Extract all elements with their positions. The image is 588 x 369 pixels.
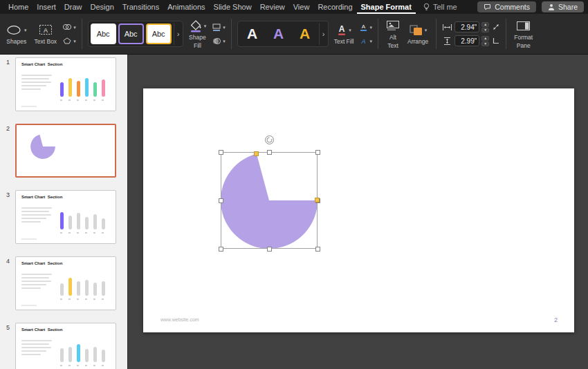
thumbnail-axis-ticks	[60, 232, 110, 234]
text-box-button[interactable]: A Text Box	[33, 21, 59, 46]
resize-handle-ne[interactable]	[315, 150, 320, 155]
aspect-ratio-button[interactable]	[492, 36, 500, 46]
tab-design[interactable]: Design	[86, 0, 118, 14]
merge-shapes-button[interactable]: ▾	[62, 22, 76, 32]
shape-fill-button[interactable]: ▾ Shape Fill	[187, 17, 209, 50]
thumbnail-axis-ticks	[60, 100, 110, 101]
tab-shape-format[interactable]: Shape Format	[357, 0, 416, 14]
resize-handle-sw[interactable]	[219, 247, 223, 252]
slide-canvas[interactable]: www.website.com 2	[143, 88, 574, 332]
height-stepper[interactable]: ▲ ▼	[481, 36, 489, 46]
size-group: ▲ ▼	[442, 21, 500, 46]
arrange-icon	[409, 24, 423, 36]
thumbnail-bar	[60, 348, 64, 362]
wordart-preset-2[interactable]: A	[266, 23, 291, 44]
alt-text-label-line1: Alt	[389, 35, 396, 41]
resize-handle-s[interactable]	[267, 247, 272, 252]
tab-transitions[interactable]: Transitions	[118, 0, 163, 14]
resize-handle-n[interactable]	[267, 150, 272, 155]
thumbnail-footer-line	[21, 305, 37, 306]
shape-style-preset-1[interactable]: Abc	[91, 23, 116, 44]
placeholder-text-lines	[21, 340, 53, 357]
slide-thumbnail-3[interactable]: Smart Chart Section	[15, 190, 116, 244]
thumbnail-bar	[77, 344, 80, 362]
format-pane-label-line2: Pane	[517, 43, 531, 49]
slide-row-3: 3 Smart Chart Section	[0, 190, 128, 244]
tab-animations[interactable]: Animations	[163, 0, 209, 14]
shape-width-row: ▲ ▼	[442, 21, 489, 32]
alt-text-button[interactable]: Alt Text	[384, 17, 402, 50]
tab-home[interactable]: Home	[4, 0, 33, 14]
chevron-down-icon: ▾	[73, 39, 76, 44]
text-effects-button[interactable]: A ▾	[359, 36, 372, 46]
ribbon-separator	[82, 19, 82, 49]
arrange-button[interactable]: ▾ Arrange	[405, 21, 430, 46]
stepper-down-icon[interactable]: ▼	[481, 28, 489, 32]
height-icon	[442, 37, 452, 46]
slide-thumbnail-1[interactable]: Smart Chart Section	[15, 57, 116, 111]
adjustment-handle-radius[interactable]	[315, 198, 320, 202]
placeholder-text-lines	[21, 75, 53, 92]
shape-style-preset-3[interactable]: Abc	[146, 23, 172, 44]
resize-handle-nw[interactable]	[219, 150, 223, 155]
thumbnail-title: Smart Chart Section	[21, 261, 62, 265]
slide-row-5: 5 Smart Chart Section	[0, 323, 128, 369]
shape-tools-mini-column: ▾ ▾	[62, 22, 76, 46]
tab-recording[interactable]: Recording	[313, 0, 356, 14]
text-outline-button[interactable]: A ▾	[359, 22, 372, 32]
shape-height-input[interactable]	[454, 35, 479, 46]
share-button[interactable]: Share	[542, 1, 584, 12]
size-options-mini-column	[492, 22, 500, 46]
thumbnail-bar-chart	[60, 69, 105, 97]
slide-thumbnail-5[interactable]: Smart Chart Section	[15, 323, 116, 369]
tell-me-label: Tell me	[433, 3, 457, 11]
width-icon	[442, 23, 452, 31]
text-fill-button[interactable]: A ▾ Text Fill	[332, 21, 356, 46]
thumbnail-bar	[102, 281, 105, 296]
alt-text-label-line2: Text	[387, 43, 398, 49]
thumbnail-bar	[77, 281, 80, 296]
svg-text:A: A	[362, 23, 366, 30]
tab-slide-show[interactable]: Slide Show	[210, 0, 256, 14]
tab-draw[interactable]: Draw	[60, 0, 86, 14]
stepper-up-icon[interactable]: ▲	[481, 36, 489, 41]
shape-width-input[interactable]	[454, 21, 479, 32]
shapes-button[interactable]: ▾ Shapes	[4, 21, 29, 46]
adjustment-handle-wedge[interactable]	[254, 151, 259, 156]
slide-number: 1	[6, 59, 10, 66]
shape-style-gallery: Abc Abc Abc ›	[88, 21, 183, 47]
thumbnail-bar-chart	[60, 202, 105, 229]
slide-row-2: 2	[0, 124, 128, 178]
merge-shapes-icon	[62, 23, 72, 30]
change-shape-button[interactable]: ▾	[62, 36, 76, 46]
wordart-preset-3[interactable]: A	[293, 23, 318, 44]
shape-style-preset-2[interactable]: Abc	[118, 23, 144, 44]
slide-thumbnail-4[interactable]: Smart Chart Section	[15, 256, 116, 310]
shape-effects-button[interactable]: ▾	[212, 36, 226, 46]
resize-handle-se[interactable]	[315, 247, 320, 252]
stepper-down-icon[interactable]: ▼	[481, 41, 489, 46]
wordart-gallery-expander[interactable]: ›	[319, 23, 328, 45]
tab-review[interactable]: Review	[256, 0, 289, 14]
tab-insert[interactable]: Insert	[33, 0, 60, 14]
wordart-preset-1[interactable]: A	[240, 23, 265, 44]
rotate-handle[interactable]	[265, 135, 274, 144]
tell-me-button[interactable]: Tell me	[423, 3, 457, 11]
ribbon-separator	[506, 19, 506, 49]
slide-page-number[interactable]: 2	[554, 316, 558, 323]
shape-fill-label-line2: Fill	[194, 43, 201, 49]
ribbon: ▾ Shapes A Text Box	[0, 14, 588, 55]
stepper-up-icon[interactable]: ▲	[481, 22, 489, 27]
comments-button[interactable]: Comments	[477, 1, 536, 12]
scale-button[interactable]	[492, 22, 500, 32]
slide-footer-url[interactable]: www.website.com	[160, 317, 199, 322]
thumbnail-title: Smart Chart Section	[21, 195, 62, 199]
slide-number: 2	[6, 125, 10, 132]
tab-view[interactable]: View	[289, 0, 314, 14]
shape-outline-button[interactable]: ▾	[212, 22, 226, 32]
resize-handle-w[interactable]	[219, 198, 223, 203]
slide-thumbnail-2-selected[interactable]	[15, 124, 116, 178]
format-pane-button[interactable]: Format Pane	[512, 17, 535, 50]
width-stepper[interactable]: ▲ ▼	[481, 22, 489, 32]
shape-style-gallery-expander[interactable]: ›	[174, 23, 183, 45]
